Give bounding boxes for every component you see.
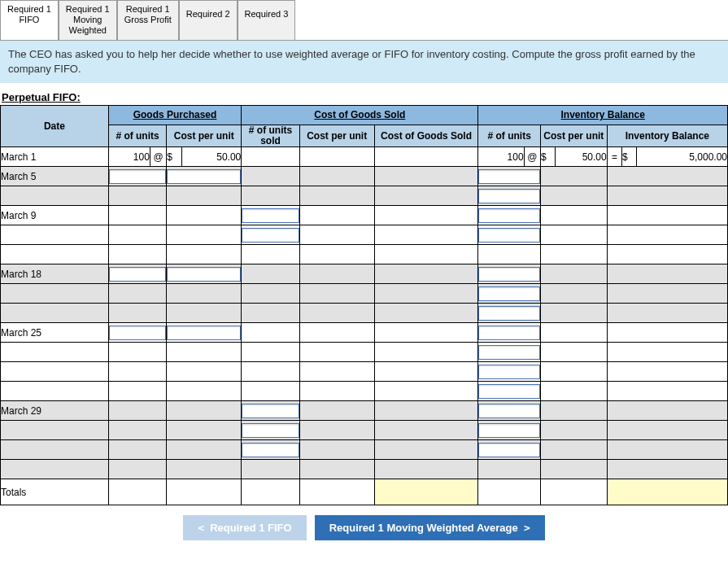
empty-cell — [299, 206, 374, 225]
empty-cell — [607, 167, 727, 186]
empty-cell — [167, 186, 242, 206]
empty-cell — [541, 323, 608, 343]
tab-label: Weighted — [69, 25, 107, 35]
input-gp-cost[interactable] — [167, 267, 241, 282]
input-ib-units[interactable] — [478, 423, 540, 438]
empty-cell — [242, 186, 300, 206]
table-row — [1, 225, 728, 245]
empty-cell — [242, 479, 300, 505]
tab-req2[interactable]: Required 2 — [179, 0, 238, 40]
input-cs-units[interactable] — [242, 443, 299, 457]
empty-cell — [607, 264, 727, 284]
empty-cell — [541, 206, 608, 225]
input-cs-units[interactable] — [242, 423, 299, 438]
input-ib-units[interactable] — [478, 345, 540, 360]
empty-cell — [299, 323, 374, 343]
input-gp-units[interactable] — [109, 169, 167, 184]
input-ib-units[interactable] — [478, 365, 540, 379]
cs-units-input-cell — [242, 225, 300, 245]
input-ib-units[interactable] — [478, 286, 540, 301]
empty-cell — [541, 440, 608, 460]
empty-cell — [374, 186, 478, 206]
empty-cell — [374, 460, 478, 479]
total-inventory-balance[interactable] — [607, 479, 727, 505]
empty-cell — [1, 421, 109, 440]
tab-label: Required 2 — [186, 9, 230, 19]
table-row — [1, 245, 728, 264]
empty-cell — [108, 421, 167, 440]
currency-symbol: $ — [541, 147, 556, 167]
instruction-text: The CEO has asked you to help her decide… — [0, 41, 728, 83]
next-button[interactable]: Required 1 Moving Weighted Average > — [315, 515, 545, 540]
col-cs-total: Cost of Goods Sold — [374, 125, 478, 146]
col-date: Date — [1, 105, 109, 146]
cs-units-input-cell — [242, 206, 300, 225]
empty-cell — [242, 382, 300, 401]
input-ib-units[interactable] — [478, 189, 540, 203]
empty-cell — [108, 186, 167, 206]
tab-req1-moving-weighted[interactable]: Required 1 Moving Weighted — [59, 0, 117, 40]
input-gp-cost[interactable] — [167, 169, 241, 184]
input-ib-units[interactable] — [478, 169, 540, 184]
empty-cell — [607, 245, 727, 264]
table-row — [1, 460, 728, 479]
input-ib-units[interactable] — [478, 326, 540, 340]
empty-cell — [374, 401, 478, 421]
empty-cell — [242, 343, 300, 362]
ib-cost: 50.00 — [556, 147, 607, 167]
input-ib-units[interactable] — [478, 306, 540, 321]
empty-cell — [108, 362, 167, 382]
empty-cell — [1, 362, 109, 382]
empty-cell — [167, 401, 242, 421]
empty-cell — [374, 206, 478, 225]
ib-units-input-cell — [478, 323, 541, 343]
tab-req1-gross-profit[interactable]: Required 1 Gross Profit — [117, 0, 179, 40]
input-gp-cost[interactable] — [167, 326, 241, 340]
table-row — [1, 304, 728, 323]
totals-row: Totals — [1, 479, 728, 505]
col-ib-total: Inventory Balance — [607, 125, 727, 146]
ib-units-input-cell — [478, 304, 541, 323]
empty-cell — [108, 245, 167, 264]
total-cogs[interactable] — [374, 479, 478, 505]
tab-label: FIFO — [19, 15, 39, 24]
empty-cell — [541, 362, 608, 382]
empty-cell — [242, 147, 300, 167]
input-ib-units[interactable] — [478, 228, 540, 243]
empty-cell — [374, 284, 478, 304]
input-ib-units[interactable] — [478, 443, 540, 457]
empty-cell — [167, 304, 242, 323]
empty-cell — [299, 147, 374, 167]
at-symbol: @ — [524, 147, 540, 167]
empty-cell — [607, 284, 727, 304]
empty-cell — [1, 440, 109, 460]
input-cs-units[interactable] — [242, 228, 299, 243]
empty-cell — [541, 167, 608, 186]
group-cogs: Cost of Goods Sold — [242, 105, 478, 125]
ib-units-input-cell — [478, 421, 541, 440]
input-ib-units[interactable] — [478, 404, 540, 418]
empty-cell — [607, 440, 727, 460]
input-ib-units[interactable] — [478, 384, 540, 399]
empty-cell — [167, 245, 242, 264]
tab-label: Required 1 — [66, 4, 110, 14]
prev-button[interactable]: < Required 1 FIFO — [183, 515, 306, 540]
empty-cell — [242, 245, 300, 264]
input-cs-units[interactable] — [242, 404, 299, 418]
empty-cell — [167, 225, 242, 245]
empty-cell — [167, 382, 242, 401]
input-ib-units[interactable] — [478, 267, 540, 282]
empty-cell — [299, 186, 374, 206]
empty-cell — [607, 225, 727, 245]
input-gp-units[interactable] — [109, 326, 167, 340]
input-cs-units[interactable] — [242, 208, 299, 223]
col-gp-units: # of units — [108, 125, 167, 146]
input-ib-units[interactable] — [478, 208, 540, 223]
tab-req3[interactable]: Required 3 — [238, 0, 296, 40]
empty-cell — [478, 245, 541, 264]
input-gp-units[interactable] — [109, 267, 167, 282]
empty-cell — [541, 401, 608, 421]
empty-cell — [1, 343, 109, 362]
fifo-table: Date Goods Purchased Cost of Goods Sold … — [0, 105, 728, 505]
tab-req1-fifo[interactable]: Required 1 FIFO — [0, 0, 59, 40]
